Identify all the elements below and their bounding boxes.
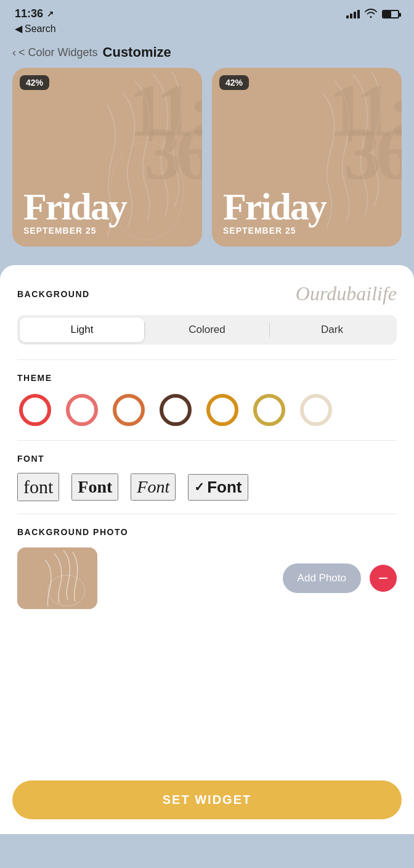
theme-red[interactable]: [17, 392, 53, 428]
theme-circles: [17, 392, 397, 428]
svg-rect-1: [17, 547, 97, 609]
bg-photo-thumb[interactable]: [17, 547, 97, 609]
nav-back-icon[interactable]: ‹: [12, 46, 16, 59]
widget-day-1: Friday: [23, 187, 126, 226]
widget-badge-2: 42%: [219, 75, 249, 90]
divider-1: [17, 359, 397, 360]
search-back[interactable]: ◀ Search: [15, 23, 399, 35]
background-label: BACKGROUND: [17, 289, 90, 299]
font-script[interactable]: font: [17, 473, 59, 501]
search-row: ◀ Search: [0, 23, 414, 39]
signal-icon: [346, 10, 360, 18]
bg-photo-row: Add Photo −: [17, 547, 397, 609]
font-options: font Font Font ✓ Font: [17, 473, 397, 501]
divider-3: [17, 514, 397, 514]
widget-content-1: Friday SEPTEMBER 25: [23, 187, 126, 235]
status-icons: [346, 8, 399, 20]
font-selected[interactable]: ✓ Font: [188, 474, 248, 501]
widget-preview-1[interactable]: 11: 36 42% Friday SEPTEMBER 25: [12, 68, 202, 247]
background-watermark: Ourdubailife: [296, 282, 397, 305]
add-photo-button[interactable]: Add Photo: [283, 563, 361, 593]
set-widget-btn-wrap: SET WIDGET: [0, 771, 414, 834]
battery-icon: [382, 10, 399, 18]
time-display: 11:36: [15, 7, 43, 20]
theme-brown[interactable]: [158, 392, 193, 428]
location-icon: ↗: [47, 9, 54, 18]
theme-label: THEME: [17, 373, 52, 383]
settings-panel: BACKGROUND Ourdubailife Light Colored Da…: [0, 265, 414, 771]
widget-badge-1: 42%: [20, 75, 49, 90]
search-label: Search: [25, 23, 56, 35]
theme-orange[interactable]: [111, 392, 147, 428]
widget-content-2: Friday SEPTEMBER 25: [223, 187, 326, 235]
nav-bar: ‹ < Color Widgets Customize: [0, 39, 414, 68]
back-arrow-icon: ◀: [15, 23, 22, 35]
theme-amber[interactable]: [205, 392, 240, 428]
wifi-icon: [365, 8, 377, 20]
font-selected-label: Font: [207, 478, 242, 497]
nav-page-title: Customize: [103, 44, 171, 60]
bg-photo-label: BACKGROUND PHOTO: [17, 527, 128, 537]
font-label: FONT: [17, 454, 44, 464]
widget-preview-2[interactable]: 11: 36 42% Friday SEPTEMBER 25: [212, 68, 402, 247]
status-bar: 11:36 ↗: [0, 0, 414, 23]
theme-gold[interactable]: [251, 392, 287, 428]
font-bold-serif[interactable]: Font: [71, 473, 118, 501]
theme-pink-red[interactable]: [64, 392, 100, 428]
set-widget-button[interactable]: SET WIDGET: [12, 780, 402, 819]
font-check-icon: ✓: [194, 480, 205, 494]
widget-day-2: Friday: [223, 187, 326, 226]
status-time: 11:36 ↗: [15, 7, 54, 20]
background-segment-control: Light Colored Dark: [17, 315, 397, 345]
bg-photo-actions: Add Photo −: [110, 563, 397, 593]
font-casual[interactable]: Font: [131, 473, 176, 501]
nav-app-title[interactable]: < Color Widgets: [18, 46, 98, 59]
widget-preview-area: 11: 36 42% Friday SEPTEMBER 25 11: 36 42…: [0, 68, 414, 259]
segment-dark[interactable]: Dark: [270, 317, 394, 342]
segment-colored[interactable]: Colored: [145, 317, 269, 342]
divider-2: [17, 440, 397, 441]
theme-cream[interactable]: [298, 392, 334, 428]
segment-light[interactable]: Light: [20, 317, 144, 342]
background-section-header: BACKGROUND Ourdubailife: [17, 282, 397, 305]
remove-photo-button[interactable]: −: [370, 565, 397, 592]
